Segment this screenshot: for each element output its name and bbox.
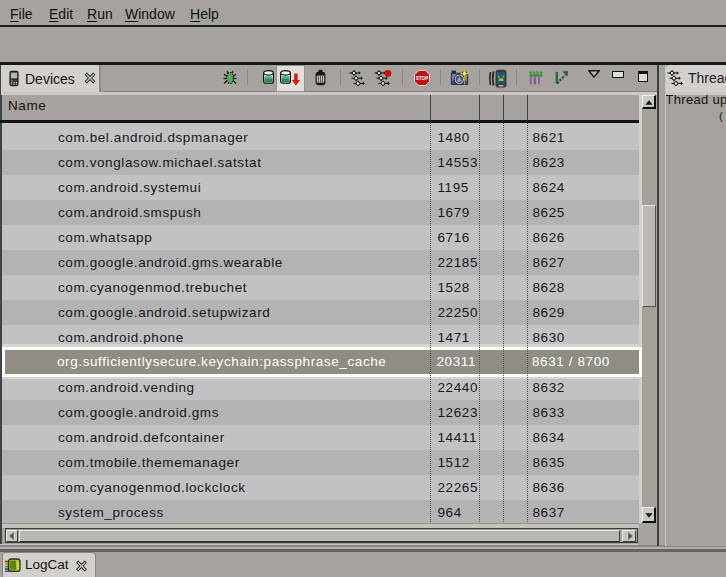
svg-text:STOP: STOP [416, 76, 428, 81]
